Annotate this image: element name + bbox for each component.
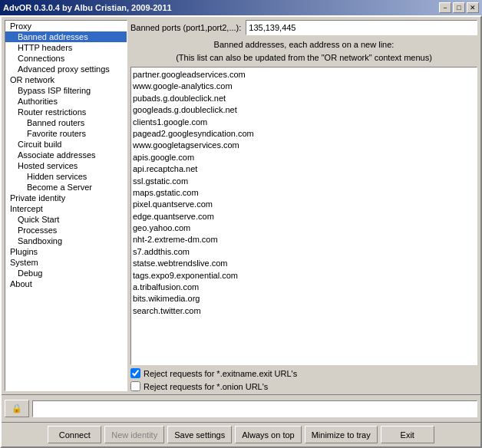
list-item[interactable]: pubads.g.doubleclick.net [133,93,475,104]
save-settings-button[interactable]: Save settings [167,426,232,443]
reject-exit-checkbox[interactable] [130,368,140,378]
new-identity-button[interactable]: New identity [104,426,164,443]
list-item[interactable]: www.googletagservices.com [133,140,475,151]
sidebar: ProxyBanned addressesHTTP headersConnect… [5,20,127,391]
reject-onion-label: Reject requests for *.onion URL's [144,382,268,391]
close-button[interactable]: ✕ [467,2,479,13]
sidebar-item-circuit-build[interactable]: Circuit build [5,139,127,150]
sidebar-item-hosted-services[interactable]: Hosted services [5,160,127,171]
list-item[interactable]: clients1.google.com [133,117,475,128]
sidebar-item-private-identity[interactable]: Private identity [5,193,127,203]
list-item[interactable]: pixel.quantserve.com [133,199,475,210]
sidebar-item-intercept[interactable]: Intercept [5,203,127,214]
sidebar-item-system[interactable]: System [5,257,127,268]
sidebar-item-banned-addresses[interactable]: Banned addresses [5,31,127,42]
list-item[interactable]: api.recaptcha.net [133,163,475,175]
info-line2: (This list can also be updated from the … [130,51,477,64]
list-item[interactable]: nht-2.extreme-dm.com [133,234,475,245]
list-item[interactable]: tags.expo9.exponential.com [133,270,475,282]
sidebar-item-sandboxing[interactable]: Sandboxing [5,236,127,246]
list-item[interactable]: partner.googleadservices.com [133,69,475,81]
list-item[interactable]: www.google-analytics.com [133,81,475,92]
sidebar-item-authorities[interactable]: Authorities [5,96,127,107]
list-item[interactable]: edge.quantserve.com [133,211,475,222]
title-bar-buttons: − □ ✕ [439,2,479,13]
banned-ports-row: Banned ports (port1,port2,...): [130,20,477,35]
button-bar: Connect New identity Save settings Alway… [2,422,480,446]
exit-button[interactable]: Exit [381,426,434,443]
maximize-button[interactable]: □ [453,2,465,13]
connect-button[interactable]: Connect [48,426,101,443]
list-item[interactable]: bits.wikimedia.org [133,293,475,305]
address-list[interactable]: partner.googleadservices.comwww.google-a… [130,67,477,365]
banned-ports-input[interactable] [246,20,477,35]
minimize-button[interactable]: − [439,2,451,13]
list-item[interactable]: googleads.g.doubleclick.net [133,104,475,116]
sidebar-item-bypass-isp-filtering[interactable]: Bypass ISP filtering [5,85,127,96]
title-bar: AdvOR 0.3.0.4 by Albu Cristian, 2009-201… [0,0,482,15]
list-item[interactable]: maps.gstatic.com [133,187,475,199]
bottom-input-field[interactable] [32,400,477,417]
minimize-to-tray-button[interactable]: Minimize to tray [305,426,378,443]
sidebar-item-http-headers[interactable]: HTTP headers [5,42,127,53]
sidebar-item-associate-addresses[interactable]: Associate addresses [5,150,127,160]
sidebar-item-plugins[interactable]: Plugins [5,246,127,257]
sidebar-item-hidden-services[interactable]: Hidden services [5,171,127,182]
sidebar-item-debug[interactable]: Debug [5,268,127,278]
info-line1: Banned addresses, each address on a new … [130,38,477,51]
sidebar-item-banned-routers[interactable]: Banned routers [5,117,127,128]
bottom-bar: 🔒 [2,394,480,422]
sidebar-item-or-network[interactable]: OR network [5,74,127,85]
sidebar-item-quick-start[interactable]: Quick Start [5,214,127,225]
list-item[interactable]: statse.webtrendslive.com [133,258,475,269]
sidebar-item-proxy[interactable]: Proxy [5,21,127,31]
sidebar-item-processes[interactable]: Processes [5,225,127,236]
reject-onion-checkbox[interactable] [130,381,140,391]
sidebar-item-about[interactable]: About [5,278,127,289]
info-area: Banned addresses, each address on a new … [130,38,477,64]
list-item[interactable]: search.twitter.com [133,305,475,317]
content-area: ProxyBanned addressesHTTP headersConnect… [2,17,480,394]
list-item[interactable]: s7.addthis.com [133,246,475,258]
right-panel: Banned ports (port1,port2,...): Banned a… [130,20,477,391]
banned-ports-label: Banned ports (port1,port2,...): [130,23,241,32]
sidebar-item-connections[interactable]: Connections [5,53,127,64]
list-item[interactable]: apis.google.com [133,152,475,163]
sidebar-item-advanced-proxy-settings[interactable]: Advanced proxy settings [5,64,127,74]
checkbox-row-1: Reject requests for *.exitname.exit URL'… [130,368,477,378]
reject-exit-label: Reject requests for *.exitname.exit URL'… [144,369,297,378]
list-item[interactable]: geo.yahoo.com [133,222,475,234]
list-item[interactable]: ssl.gstatic.com [133,176,475,187]
sidebar-item-become-server[interactable]: Become a Server [5,182,127,193]
list-item[interactable]: pagead2.googlesyndication.com [133,128,475,140]
always-on-top-button[interactable]: Always on top [235,426,301,443]
icon-button[interactable]: 🔒 [5,400,29,417]
sidebar-item-favorite-routers[interactable]: Favorite routers [5,128,127,139]
checkbox-row-2: Reject requests for *.onion URL's [130,381,477,391]
list-item[interactable]: a.tribalfusion.com [133,282,475,293]
sidebar-item-router-restrictions[interactable]: Router restrictions [5,107,127,117]
window-title: AdvOR 0.3.0.4 by Albu Cristian, 2009-201… [3,3,172,12]
main-window: ProxyBanned addressesHTTP headersConnect… [0,15,482,448]
